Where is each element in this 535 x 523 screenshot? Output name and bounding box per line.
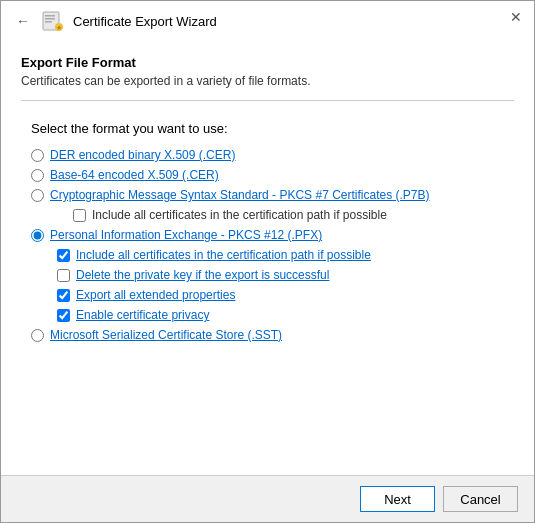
header-description: Certificates can be exported in a variet… bbox=[21, 74, 514, 88]
radio-pkcs7[interactable] bbox=[31, 189, 44, 202]
label-pkcs7[interactable]: Cryptographic Message Syntax Standard - … bbox=[50, 188, 430, 202]
option-sst: Microsoft Serialized Certificate Store (… bbox=[31, 328, 504, 342]
radio-base64[interactable] bbox=[31, 169, 44, 182]
dialog-body: Export File Format Certificates can be e… bbox=[1, 39, 534, 475]
radio-der[interactable] bbox=[31, 149, 44, 162]
label-pkcs7-include-certs[interactable]: Include all certificates in the certific… bbox=[92, 208, 387, 222]
option-pkcs12: Personal Information Exchange - PKCS #12… bbox=[31, 228, 504, 242]
footer: Next Cancel bbox=[1, 475, 534, 522]
pkcs12-sub-include-certs: Include all certificates in the certific… bbox=[57, 248, 504, 262]
svg-text:★: ★ bbox=[56, 24, 62, 31]
pkcs12-sub-extended-props: Export all extended properties bbox=[57, 288, 504, 302]
certificate-export-dialog: ← ★ Certificate Export Wizard ✕ Export F… bbox=[0, 0, 535, 523]
cancel-button[interactable]: Cancel bbox=[443, 486, 518, 512]
svg-rect-3 bbox=[45, 21, 52, 23]
close-button[interactable]: ✕ bbox=[506, 7, 526, 27]
label-der[interactable]: DER encoded binary X.509 (.CER) bbox=[50, 148, 235, 162]
pkcs7-sub-option: Include all certificates in the certific… bbox=[73, 208, 504, 222]
title-bar-left: ← ★ Certificate Export Wizard bbox=[13, 9, 217, 33]
header-section: Export File Format Certificates can be e… bbox=[1, 39, 534, 100]
checkbox-pkcs12-privacy[interactable] bbox=[57, 309, 70, 322]
wizard-icon: ★ bbox=[41, 9, 65, 33]
checkbox-pkcs12-include-certs[interactable] bbox=[57, 249, 70, 262]
option-pkcs7: Cryptographic Message Syntax Standard - … bbox=[31, 188, 504, 202]
checkbox-pkcs12-extended-props[interactable] bbox=[57, 289, 70, 302]
label-pkcs12-include-certs[interactable]: Include all certificates in the certific… bbox=[76, 248, 371, 262]
checkbox-pkcs12-delete-key[interactable] bbox=[57, 269, 70, 282]
checkbox-pkcs7-include-certs[interactable] bbox=[73, 209, 86, 222]
title-bar: ← ★ Certificate Export Wizard ✕ bbox=[1, 1, 534, 39]
pkcs12-sub-privacy: Enable certificate privacy bbox=[57, 308, 504, 322]
option-base64: Base-64 encoded X.509 (.CER) bbox=[31, 168, 504, 182]
dialog-title: Certificate Export Wizard bbox=[73, 14, 217, 29]
radio-sst[interactable] bbox=[31, 329, 44, 342]
back-button[interactable]: ← bbox=[13, 11, 33, 31]
svg-rect-2 bbox=[45, 18, 55, 20]
label-pkcs12[interactable]: Personal Information Exchange - PKCS #12… bbox=[50, 228, 322, 242]
svg-rect-1 bbox=[45, 15, 55, 17]
header-title: Export File Format bbox=[21, 55, 514, 70]
option-der: DER encoded binary X.509 (.CER) bbox=[31, 148, 504, 162]
label-pkcs12-extended-props[interactable]: Export all extended properties bbox=[76, 288, 235, 302]
label-pkcs12-delete-key[interactable]: Delete the private key if the export is … bbox=[76, 268, 329, 282]
radio-pkcs12[interactable] bbox=[31, 229, 44, 242]
label-pkcs12-privacy[interactable]: Enable certificate privacy bbox=[76, 308, 209, 322]
next-button[interactable]: Next bbox=[360, 486, 435, 512]
select-label: Select the format you want to use: bbox=[31, 121, 504, 136]
pkcs12-sub-delete-key: Delete the private key if the export is … bbox=[57, 268, 504, 282]
label-base64[interactable]: Base-64 encoded X.509 (.CER) bbox=[50, 168, 219, 182]
pkcs12-sub-options: Include all certificates in the certific… bbox=[57, 248, 504, 322]
content-area: Select the format you want to use: DER e… bbox=[1, 101, 534, 475]
label-sst[interactable]: Microsoft Serialized Certificate Store (… bbox=[50, 328, 282, 342]
